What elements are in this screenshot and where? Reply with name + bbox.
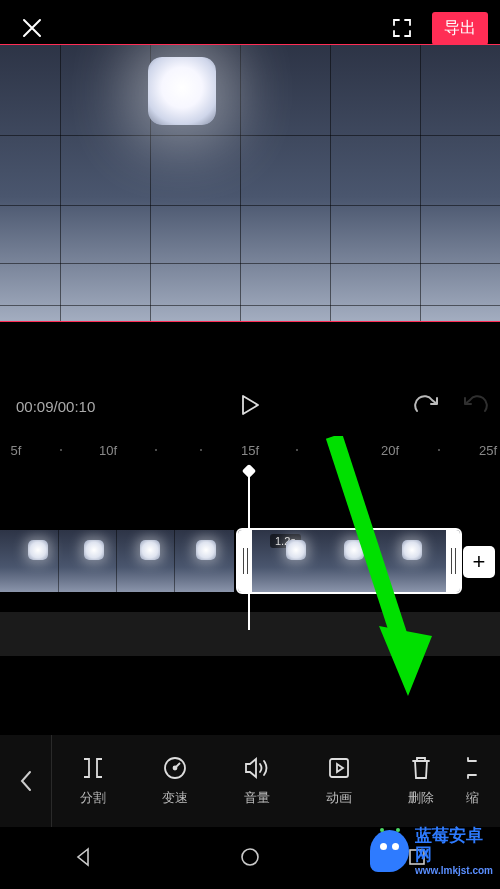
time-display: 00:09/00:10 [16, 398, 136, 415]
edit-toolbar: 分割 变速 音量 动画 删除 [0, 735, 500, 827]
preview-grid [0, 45, 500, 321]
ruler-label: 25f [479, 443, 497, 458]
volume-icon [243, 755, 271, 781]
tool-volume[interactable]: 音量 [216, 755, 298, 807]
play-button[interactable] [240, 394, 260, 419]
add-clip-button[interactable]: + [463, 546, 495, 578]
svg-rect-2 [330, 759, 348, 777]
ruler-label: 20f [381, 443, 399, 458]
tool-label: 动画 [326, 789, 352, 807]
tool-label: 分割 [80, 789, 106, 807]
tool-split[interactable]: 分割 [52, 755, 134, 807]
delete-icon [409, 755, 433, 781]
top-bar: 导出 [0, 0, 500, 56]
overlay-track[interactable] [0, 612, 500, 656]
tool-label: 删除 [408, 789, 434, 807]
close-icon[interactable] [12, 8, 52, 48]
tool-speed[interactable]: 变速 [134, 755, 216, 807]
tool-animation[interactable]: 动画 [298, 755, 380, 807]
fullscreen-icon[interactable] [386, 12, 418, 44]
nav-home-icon[interactable] [239, 846, 261, 872]
ruler-label: 15f [241, 443, 259, 458]
scale-icon [466, 755, 486, 781]
preview-area[interactable] [0, 44, 500, 322]
ruler-label: 10f [99, 443, 117, 458]
playhead[interactable] [248, 470, 250, 630]
timeline-ruler[interactable]: 5f 10f 15f 20f 25f [0, 436, 500, 464]
clip-1[interactable] [0, 530, 234, 592]
nav-recent-icon[interactable] [406, 846, 428, 872]
playback-bar: 00:09/00:10 [0, 384, 500, 428]
speed-icon [162, 755, 188, 781]
svg-rect-4 [410, 850, 424, 864]
system-nav-bar [0, 829, 500, 889]
svg-point-3 [242, 849, 258, 865]
svg-point-1 [174, 767, 177, 770]
video-track[interactable]: 1.2s [0, 530, 500, 594]
animation-icon [327, 755, 351, 781]
tool-label: 音量 [244, 789, 270, 807]
tool-delete[interactable]: 删除 [380, 755, 462, 807]
preview-light [148, 57, 216, 125]
tool-label: 变速 [162, 789, 188, 807]
tool-label: 缩 [466, 789, 479, 807]
redo-button[interactable] [462, 395, 488, 418]
nav-back-icon[interactable] [72, 846, 94, 872]
ruler-label: 5f [11, 443, 22, 458]
split-icon [80, 755, 106, 781]
export-button[interactable]: 导出 [432, 12, 488, 45]
tool-scale[interactable]: 缩 [462, 755, 500, 807]
clip-2-selected[interactable]: 1.2s [238, 530, 460, 592]
undo-button[interactable] [414, 395, 440, 418]
toolbar-back-button[interactable] [0, 735, 52, 827]
clip-handle-right[interactable] [446, 530, 460, 592]
